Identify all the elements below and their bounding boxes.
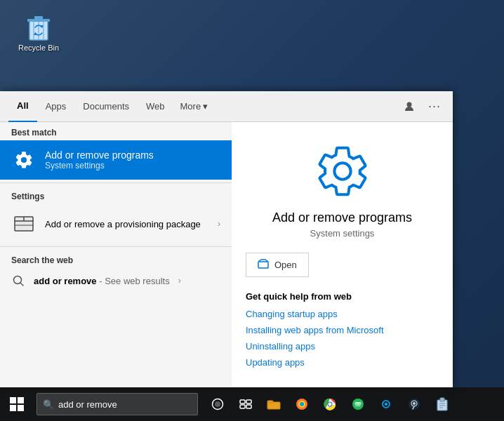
svg-rect-17 bbox=[246, 400, 251, 403]
steam-icon[interactable] bbox=[400, 387, 428, 421]
open-icon bbox=[258, 259, 269, 271]
chrome-icon[interactable] bbox=[316, 387, 344, 421]
person-icon[interactable] bbox=[399, 97, 419, 116]
tab-documents[interactable]: Documents bbox=[74, 91, 138, 122]
svg-point-27 bbox=[329, 403, 332, 406]
svg-point-15 bbox=[215, 401, 220, 407]
svg-point-6 bbox=[407, 102, 412, 107]
recycle-bin-label: Recycle Bin bbox=[18, 44, 59, 52]
web-rest-text: - See web results bbox=[97, 276, 170, 286]
recycle-bin-icon[interactable]: Recycle Bin bbox=[14, 14, 63, 52]
open-label: Open bbox=[274, 260, 297, 270]
right-title: Add or remove programs bbox=[272, 210, 412, 225]
package-icon bbox=[11, 211, 37, 236]
svg-line-12 bbox=[20, 283, 23, 286]
start-menu: All Apps Documents Web More ▾ ··· bbox=[0, 91, 453, 387]
cortana-icon[interactable] bbox=[204, 387, 232, 421]
task-view-icon[interactable] bbox=[232, 387, 260, 421]
best-match-text: Add or remove programs System settings bbox=[45, 149, 220, 171]
web-search-text: add or remove - See web results bbox=[34, 276, 170, 286]
quick-help-item-0[interactable]: Changing startup apps bbox=[246, 309, 338, 319]
svg-rect-19 bbox=[246, 405, 251, 408]
web-item-arrow: › bbox=[178, 276, 181, 286]
search-icon: 🔍 bbox=[43, 399, 54, 410]
quick-help-item-1[interactable]: Installing web apps from Microsoft bbox=[246, 325, 384, 335]
svg-rect-5 bbox=[34, 16, 43, 20]
clipboard-manager-icon[interactable] bbox=[428, 387, 456, 421]
desktop: Recycle Bin invoic... writin... recordin… bbox=[0, 0, 504, 421]
taskbar: 🔍 bbox=[0, 387, 504, 421]
settings-label: Settings bbox=[0, 186, 232, 204]
best-match-subtitle: System settings bbox=[45, 161, 220, 171]
firefox-icon[interactable] bbox=[288, 387, 316, 421]
recycle-bin-image bbox=[25, 14, 53, 42]
taskbar-search-bar[interactable]: 🔍 bbox=[37, 393, 198, 415]
tab-more[interactable]: More ▾ bbox=[173, 95, 215, 117]
tab-apps[interactable]: Apps bbox=[37, 91, 75, 122]
svg-rect-18 bbox=[240, 405, 245, 408]
search-web-icon bbox=[11, 274, 25, 288]
best-match-title: Add or remove programs bbox=[45, 149, 220, 161]
settings-item-1[interactable]: Add or remove a provisioning package › bbox=[0, 204, 232, 243]
right-panel: Add or remove programs System settings O… bbox=[232, 122, 453, 387]
left-panel: Best match Add or remove programs System… bbox=[0, 122, 232, 387]
search-web-label: Search the web bbox=[0, 250, 232, 268]
taskbar-icons bbox=[204, 387, 456, 421]
tab-all[interactable]: All bbox=[8, 91, 37, 122]
file-explorer-icon[interactable] bbox=[260, 387, 288, 421]
ellipsis-icon[interactable]: ··· bbox=[425, 97, 444, 116]
svg-point-24 bbox=[300, 402, 304, 406]
svg-rect-36 bbox=[440, 398, 444, 401]
quick-help-item-2[interactable]: Uninstalling apps bbox=[246, 341, 315, 352]
chevron-down-icon: ▾ bbox=[203, 101, 208, 112]
settings-item-arrow: › bbox=[218, 219, 220, 229]
tabs-bar: All Apps Documents Web More ▾ ··· bbox=[0, 91, 453, 122]
best-match-label: Best match bbox=[0, 122, 232, 140]
start-button[interactable] bbox=[0, 387, 34, 421]
svg-rect-16 bbox=[240, 400, 245, 403]
svg-point-34 bbox=[413, 402, 416, 405]
right-subtitle: System settings bbox=[310, 228, 375, 239]
search-input[interactable] bbox=[58, 399, 192, 410]
quick-help-item-3[interactable]: Updating apps bbox=[246, 357, 305, 368]
settings-item-title: Add or remove a provisioning package bbox=[45, 219, 209, 229]
svg-rect-13 bbox=[258, 262, 268, 268]
uplay-icon[interactable] bbox=[372, 387, 400, 421]
spotify-icon[interactable] bbox=[344, 387, 372, 421]
right-gear-icon bbox=[314, 143, 371, 199]
quick-help-title: Get quick help from web bbox=[246, 291, 352, 302]
web-search-item[interactable]: add or remove - See web results › bbox=[0, 268, 232, 293]
settings-item-text: Add or remove a provisioning package bbox=[45, 219, 209, 229]
gear-icon bbox=[11, 147, 37, 173]
web-bold-text: add or remove bbox=[34, 276, 97, 286]
tabs-action-icons: ··· bbox=[399, 97, 444, 116]
svg-point-31 bbox=[385, 403, 387, 406]
tab-web[interactable]: Web bbox=[138, 91, 173, 122]
search-content: Best match Add or remove programs System… bbox=[0, 122, 453, 387]
windows-logo-icon bbox=[10, 397, 24, 411]
divider-1 bbox=[0, 182, 232, 183]
svg-rect-21 bbox=[267, 401, 273, 403]
best-match-item[interactable]: Add or remove programs System settings bbox=[0, 140, 232, 180]
open-button[interactable]: Open bbox=[246, 253, 309, 277]
divider-2 bbox=[0, 246, 232, 247]
